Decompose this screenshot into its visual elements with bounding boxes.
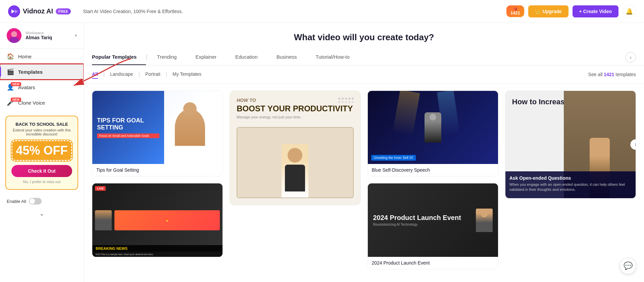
- template-thumb-goal: TIPS FOR GOAL SETTING Focus on Small and…: [92, 91, 222, 164]
- main-content: What video will you create today? Popula…: [84, 23, 644, 282]
- speech-label: Unveiling the Inner Self ////: [371, 155, 416, 161]
- sidebar: Workspace Almas Tariq ▾ 🏠 Home 🎬 Templat…: [0, 23, 84, 282]
- header: Vidnoz AI FREE Start AI Video Creation, …: [0, 0, 644, 23]
- goal-title-text: TIPS FOR GOAL SETTING: [97, 117, 159, 131]
- logo-text: Vidnoz AI: [23, 7, 53, 15]
- template-title-product: 2024 Product Launch Event: [368, 257, 498, 269]
- tab-education[interactable]: Education: [226, 49, 267, 65]
- tabs-next-button[interactable]: ›: [625, 52, 636, 63]
- live-badge: LIVE: [95, 186, 106, 191]
- template-title-speech: Blue Self-Discovery Speech: [368, 164, 498, 176]
- user-section[interactable]: Workspace Almas Tariq ▾: [0, 23, 84, 49]
- promo-discount: 45% OFF: [11, 140, 72, 161]
- collapse-icon: ⌄: [39, 210, 44, 217]
- sidebar-item-templates[interactable]: 🎬 Templates: [0, 64, 84, 79]
- upgrade-button[interactable]: 👑 Upgrade: [528, 5, 568, 17]
- chat-fab-button[interactable]: 💬: [620, 258, 636, 274]
- header-left: Vidnoz AI FREE Start AI Video Creation, …: [8, 5, 183, 17]
- template-thumb-boost: HOW TO BOOST YOUR PRODUCTIVITY Manage yo…: [230, 91, 360, 205]
- new-badge-clone-voice: NEW: [11, 98, 21, 102]
- template-thumb-product: 2024 Product Launch Event Revolutionizin…: [368, 183, 498, 257]
- sidebar-item-home[interactable]: 🏠 Home: [0, 49, 84, 64]
- promo-decline[interactable]: No, I prefer to miss out: [11, 180, 72, 184]
- template-grid: TIPS FOR GOAL SETTING Focus on Small and…: [84, 84, 644, 276]
- filter-landscape[interactable]: Landscape: [110, 70, 133, 79]
- sidebar-nav: 🏠 Home 🎬 Templates NEW 👤 Avatars NEW 🎤 C…: [0, 49, 84, 110]
- check-it-out-button[interactable]: Check It Out: [11, 165, 72, 177]
- goal-subtitle: Focus on Small and Actionable Goals: [97, 133, 159, 138]
- tab-business[interactable]: Business: [267, 49, 306, 65]
- chevron-down-icon: ▾: [75, 33, 77, 38]
- template-card-goal-setting[interactable]: TIPS FOR GOAL SETTING Focus on Small and…: [92, 91, 223, 176]
- promo-subtitle: Extend your video creation with this inc…: [11, 128, 72, 136]
- filter-my-templates[interactable]: My Templates: [172, 70, 201, 79]
- promo-discount-text: 45% OFF: [16, 145, 68, 157]
- tagline: Start AI Video Creation, 100% Free & Eff…: [83, 9, 183, 14]
- sale-percent: 1421: [510, 11, 520, 15]
- tabs-bar: Popular Templates | Trending Explainer E…: [84, 49, 644, 65]
- toggle-thumb: [30, 199, 35, 204]
- avatar: [7, 28, 21, 43]
- filter-row: All | Landscape | Portrait | My Template…: [84, 65, 644, 84]
- templates-icon: 🎬: [7, 68, 14, 75]
- create-video-button[interactable]: + Create Video: [573, 5, 618, 17]
- filter-all[interactable]: All: [92, 70, 98, 79]
- template-card-social-skills[interactable]: How to Increase Social Skills Ask Open-e…: [505, 91, 636, 199]
- filter-sep-1: |: [103, 71, 105, 77]
- enable-all-toggle[interactable]: [29, 198, 42, 205]
- sale-badge[interactable]: 🎒 1421: [506, 5, 524, 17]
- template-card-speech[interactable]: Unveiling the Inner Self //// Blue Self-…: [367, 91, 498, 176]
- enable-all-label: Enable All: [7, 199, 26, 204]
- page-title: What video will you create today?: [84, 23, 644, 49]
- template-thumb-social: How to Increase Social Skills Ask Open-e…: [505, 91, 636, 198]
- crown-icon: 👑: [535, 9, 541, 14]
- header-right: 🎒 1421 👑 Upgrade + Create Video 🔔: [506, 5, 636, 18]
- template-count-num: 1421: [604, 72, 614, 77]
- logo[interactable]: Vidnoz AI FREE: [8, 5, 71, 17]
- home-icon: 🏠: [7, 53, 14, 60]
- see-all-prefix: See all: [588, 72, 603, 77]
- enable-all-row: Enable All: [0, 195, 84, 207]
- svg-point-2: [11, 31, 17, 37]
- template-thumb-news: LIVE 🔥 BREAKING NEWS 9:00 This is a samp…: [92, 183, 222, 257]
- tab-trending[interactable]: Trending: [148, 49, 186, 65]
- tab-tutorial[interactable]: Tutorial/How-to: [306, 49, 359, 65]
- filter-sep-2: |: [139, 71, 140, 77]
- sidebar-collapse-button[interactable]: ⌄: [0, 207, 84, 220]
- main-layout: Workspace Almas Tariq ▾ 🏠 Home 🎬 Templat…: [0, 23, 644, 282]
- promo-title: BACK TO SCHOOL SALE: [11, 122, 72, 127]
- bell-icon: 🔔: [626, 8, 633, 15]
- template-card-boost[interactable]: HOW TO BOOST YOUR PRODUCTIVITY Manage yo…: [230, 91, 360, 205]
- template-thumb-speech: Unveiling the Inner Self ////: [368, 91, 498, 164]
- news-text: 9:00 This is a sample text. Insert your …: [92, 252, 222, 257]
- chat-icon: 💬: [624, 262, 633, 270]
- sidebar-item-clone-voice[interactable]: NEW 🎤 Clone Voice: [0, 95, 84, 110]
- template-title-goal: Tips for Goal Setting: [92, 164, 222, 176]
- tab-popular-templates[interactable]: Popular Templates: [92, 49, 146, 65]
- goal-person-area: [157, 91, 222, 164]
- template-card-product-launch[interactable]: 2024 Product Launch Event Revolutionizin…: [367, 183, 498, 269]
- see-all[interactable]: See all 1421 templates: [588, 72, 636, 77]
- template-card-breaking-news[interactable]: LIVE 🔥 BREAKING NEWS 9:00 This is a samp…: [92, 183, 223, 257]
- workspace-label: Workspace: [26, 31, 71, 35]
- username: Almas Tariq: [26, 35, 71, 40]
- new-badge-avatars: NEW: [11, 82, 21, 86]
- see-all-suffix-text: templates: [615, 72, 636, 77]
- sidebar-item-avatars[interactable]: NEW 👤 Avatars: [0, 79, 84, 95]
- notification-button[interactable]: 🔔: [623, 5, 636, 18]
- promo-card: BACK TO SCHOOL SALE Extend your video cr…: [5, 116, 78, 190]
- free-badge: FREE: [56, 8, 71, 14]
- news-ticker: BREAKING NEWS: [92, 245, 222, 252]
- user-info: Workspace Almas Tariq: [26, 31, 71, 40]
- filter-portrait[interactable]: Portrait: [145, 70, 160, 79]
- filter-sep-3: |: [166, 71, 167, 77]
- filter-options: All | Landscape | Portrait | My Template…: [92, 70, 201, 79]
- tab-explainer[interactable]: Explainer: [186, 49, 226, 65]
